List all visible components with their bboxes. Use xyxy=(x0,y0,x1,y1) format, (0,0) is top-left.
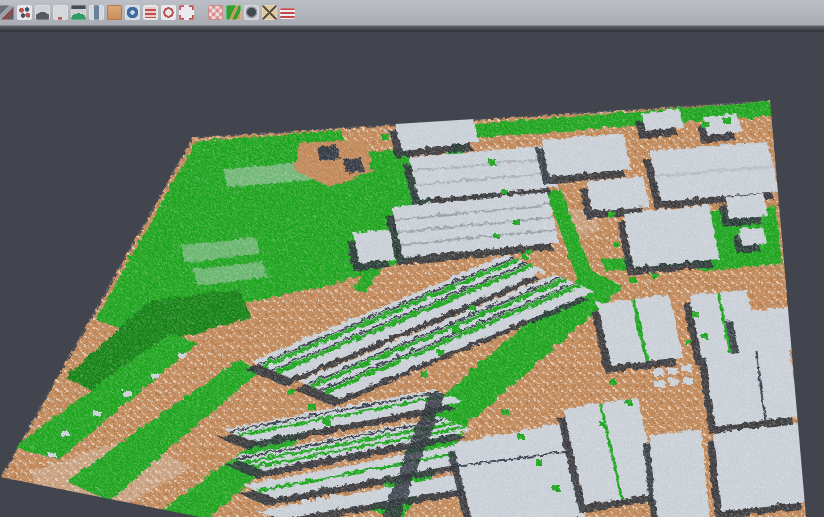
flag-icon[interactable] xyxy=(280,8,295,19)
toolbar-lower-edge xyxy=(0,26,824,32)
annotation-icon[interactable] xyxy=(262,5,277,20)
select-icon[interactable] xyxy=(0,5,14,20)
point-noise-overlay xyxy=(0,0,824,517)
tree xyxy=(790,214,796,223)
radius-icon[interactable] xyxy=(161,5,176,20)
3d-viewport[interactable] xyxy=(0,0,824,517)
zoom-extent-icon[interactable] xyxy=(179,5,194,20)
scene-svg[interactable] xyxy=(0,0,824,517)
dem-icon[interactable] xyxy=(71,5,86,20)
texture-icon[interactable] xyxy=(208,5,223,20)
align-pairs-icon[interactable] xyxy=(17,5,32,20)
app-window xyxy=(0,0,824,517)
toolbar xyxy=(0,0,824,26)
tree xyxy=(794,246,800,255)
points-icon[interactable] xyxy=(53,5,68,20)
globe-icon[interactable] xyxy=(125,5,140,20)
ruler-icon[interactable] xyxy=(89,5,104,20)
classification-map-icon[interactable] xyxy=(226,5,241,20)
ortho-image-icon[interactable] xyxy=(107,5,122,20)
tree xyxy=(784,182,790,191)
point-cloud xyxy=(0,0,824,517)
toolbar-icons xyxy=(1,4,824,22)
profile-lines-icon[interactable] xyxy=(143,5,158,20)
tree xyxy=(778,152,784,161)
toolbar-separator xyxy=(197,4,205,22)
camera-icon[interactable] xyxy=(244,5,259,20)
terrain-icon[interactable] xyxy=(35,5,50,20)
tree xyxy=(772,124,778,132)
